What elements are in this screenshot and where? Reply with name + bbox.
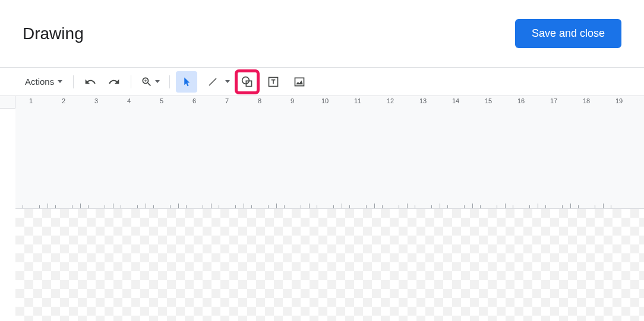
undo-button[interactable] (80, 71, 101, 93)
dialog-title: Drawing (23, 24, 84, 43)
ruler-number: 3 (94, 97, 98, 104)
textbox-icon (267, 76, 279, 88)
ruler-number: 15 (485, 97, 492, 104)
line-tool-button[interactable] (202, 71, 223, 93)
toolbar: Actions (0, 67, 644, 96)
ruler-number: 16 (517, 97, 525, 104)
ruler-number: 10 (321, 97, 329, 104)
ruler-number: 6 (192, 97, 196, 104)
separator (131, 75, 131, 88)
caret-down-icon (225, 80, 230, 83)
actions-menu-button[interactable]: Actions (20, 73, 67, 90)
cursor-icon (181, 77, 192, 87)
select-tool-button[interactable] (176, 71, 197, 93)
separator (169, 75, 170, 88)
horizontal-ruler: 12345678910111213141516171819 (15, 96, 644, 209)
ruler-number: 19 (615, 97, 623, 104)
redo-button[interactable] (103, 71, 125, 93)
shape-icon (241, 76, 253, 88)
undo-icon (84, 76, 96, 88)
ruler-number: 14 (452, 97, 459, 104)
ruler-number: 7 (225, 97, 229, 104)
ruler-number: 8 (258, 97, 261, 104)
zoom-button[interactable] (137, 71, 163, 93)
ruler-corner (0, 96, 15, 109)
ruler-number: 11 (354, 97, 361, 104)
image-icon (293, 76, 305, 88)
shape-tool-button[interactable] (236, 71, 258, 93)
line-tool-dropdown[interactable] (223, 80, 232, 83)
redo-icon (108, 76, 120, 88)
ruler-number: 9 (291, 97, 294, 104)
ruler-number: 18 (583, 97, 590, 104)
line-icon (207, 77, 218, 87)
ruler-number: 2 (62, 97, 65, 104)
separator (73, 75, 74, 88)
save-and-close-button[interactable]: Save and close (515, 19, 621, 48)
zoom-icon (141, 76, 153, 88)
ruler-number: 1 (29, 97, 33, 104)
image-tool-button[interactable] (289, 71, 310, 93)
svg-rect-1 (295, 78, 304, 85)
ruler-number: 17 (550, 97, 557, 104)
actions-label: Actions (25, 77, 54, 87)
textbox-tool-button[interactable] (263, 71, 284, 93)
ruler-number: 12 (387, 97, 394, 104)
ruler-number: 13 (419, 97, 427, 104)
caret-down-icon (155, 80, 160, 83)
drawing-canvas[interactable] (15, 209, 644, 321)
ruler-number: 5 (160, 97, 163, 104)
ruler-number: 4 (127, 97, 131, 104)
caret-down-icon (58, 80, 62, 83)
